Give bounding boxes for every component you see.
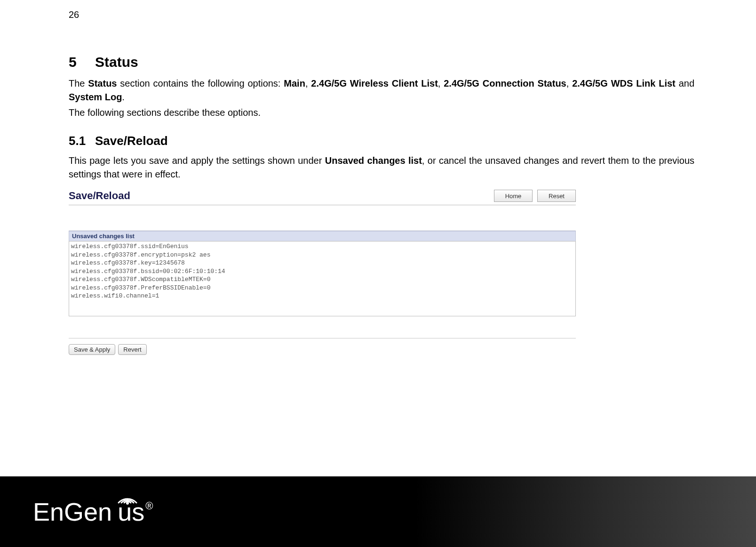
- status-intro-paragraph: The Status section contains the followin…: [69, 77, 694, 104]
- heading-number: 5: [69, 54, 95, 70]
- bold-system-log: System Log: [69, 92, 122, 102]
- unsaved-changes-header: Unsaved changes list: [69, 231, 576, 241]
- bold-main: Main: [284, 78, 305, 88]
- svg-point-0: [126, 502, 129, 505]
- bold-client-list: 2.4G/5G Wireless Client List: [311, 78, 438, 88]
- page-number: 26: [69, 9, 79, 20]
- bold-connection-status: 2.4G/5G Connection Status: [444, 78, 566, 88]
- panel-actions: Save & Apply Revert: [69, 344, 576, 355]
- status-followup-paragraph: The following sections describe these op…: [69, 106, 694, 120]
- revert-button[interactable]: Revert: [118, 344, 146, 355]
- page-content: 5Status The Status section contains the …: [69, 54, 694, 355]
- logo-part-gen: Gen: [64, 498, 112, 526]
- wifi-icon: [117, 489, 138, 506]
- registered-icon: ®: [145, 500, 153, 512]
- save-apply-button[interactable]: Save & Apply: [69, 344, 115, 355]
- subheading-number: 5.1: [69, 134, 95, 148]
- bold-unsaved-changes-list: Unsaved changes list: [325, 155, 422, 166]
- text-fragment: and: [676, 78, 694, 88]
- text-fragment: .: [122, 92, 125, 102]
- heading-title: Status: [95, 54, 138, 70]
- logo-part-en: En: [33, 498, 64, 526]
- home-button[interactable]: Home: [494, 190, 533, 202]
- panel-divider: [69, 338, 576, 338]
- page-footer: EnGenius ®: [0, 476, 756, 547]
- bold-status: Status: [88, 78, 117, 88]
- heading-status: 5Status: [69, 54, 694, 70]
- panel-header-buttons: Home Reset: [494, 190, 576, 202]
- text-fragment: This page lets you save and apply the se…: [69, 155, 325, 166]
- save-reload-paragraph: This page lets you save and apply the se…: [69, 154, 694, 181]
- reset-button[interactable]: Reset: [537, 190, 576, 202]
- text-fragment: The: [69, 78, 88, 88]
- bold-wds-link-list: 2.4G/5G WDS Link List: [572, 78, 676, 88]
- subheading-title: Save/Reload: [95, 134, 168, 148]
- text-fragment: ,: [438, 78, 444, 88]
- text-fragment: section contains the following options:: [117, 78, 284, 88]
- panel-title: Save/Reload: [69, 190, 130, 202]
- text-fragment: ,: [305, 78, 311, 88]
- panel-header: Save/Reload Home Reset: [69, 190, 576, 205]
- save-reload-panel: Save/Reload Home Reset Unsaved changes l…: [69, 190, 576, 355]
- engenius-logo: EnGenius ®: [33, 497, 152, 526]
- heading-save-reload: 5.1Save/Reload: [69, 134, 694, 148]
- unsaved-changes-listbox[interactable]: wireless.cfg03378f.ssid=EnGenius wireles…: [69, 241, 576, 316]
- text-fragment: ,: [566, 78, 572, 88]
